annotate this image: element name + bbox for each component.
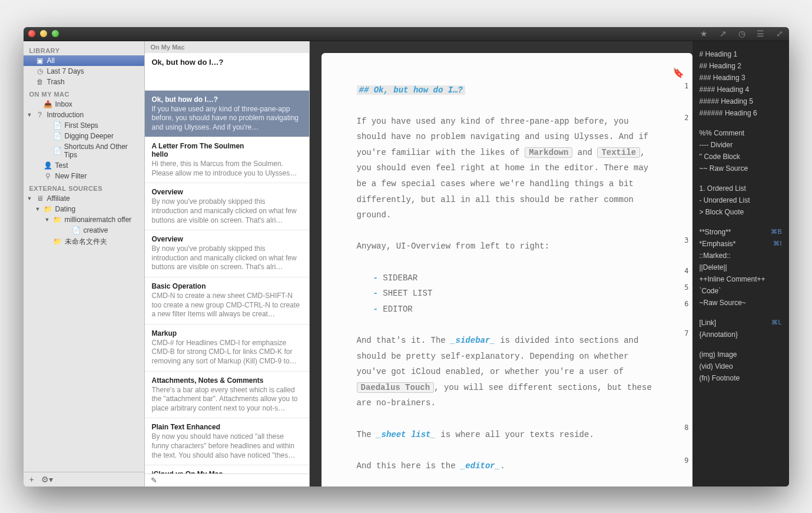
compose-icon[interactable]: ✎: [151, 476, 157, 485]
star-icon[interactable]: ★: [700, 29, 709, 38]
markup-item[interactable]: (vid) Video: [692, 360, 789, 372]
markup-item[interactable]: ||Delete||: [692, 262, 789, 273]
sheet-list-scroll[interactable]: Ok, but how do I…?If you have used any k…: [145, 91, 309, 474]
folder-icon: 📁: [53, 216, 62, 224]
markup-item[interactable]: ~~ Raw Source: [692, 163, 789, 174]
sidebar-item[interactable]: ▣All: [24, 55, 144, 66]
sidebar-item[interactable]: ◷Last 7 Days: [24, 66, 144, 77]
sheet-preview: By now you should have noticed "all thes…: [152, 432, 302, 460]
sidebar-item[interactable]: 📄Digging Deeper: [24, 131, 144, 141]
share-icon[interactable]: ↗: [718, 29, 728, 38]
gear-icon[interactable]: ⚙▾: [41, 475, 53, 484]
markup-item[interactable]: ##### Heading 5: [692, 95, 789, 107]
markup-item[interactable]: ++Inline Comment++: [692, 273, 789, 285]
line-number: 6: [684, 300, 688, 307]
markup-label: ## Heading 2: [700, 62, 741, 70]
markup-label: ###### Heading 6: [700, 109, 757, 117]
line-number: 3: [684, 237, 688, 244]
markup-item[interactable]: ---- Divider: [692, 139, 789, 151]
markup-item[interactable]: (img) Image: [692, 349, 789, 360]
sidebar-item[interactable]: ▼🖥Affiliate: [24, 193, 144, 204]
close-window-button[interactable]: [28, 30, 35, 37]
editor-paragraph: Anyway, UI-Overview from left to right:: [357, 239, 657, 254]
dash-icon: -: [373, 305, 383, 314]
sidebar-scroll[interactable]: LIBRARY▣All◷Last 7 Days🗑TrashON MY MAC📥I…: [24, 41, 144, 472]
sidebar-item[interactable]: 🗑Trash: [24, 77, 144, 87]
dash-icon: -: [373, 273, 383, 283]
sheet-item[interactable]: OverviewBy now you've probably skipped t…: [145, 230, 309, 277]
disclosure-triangle-icon[interactable]: ▼: [35, 206, 41, 212]
sheet-item[interactable]: Ok, but how do I…?If you have used any k…: [145, 91, 309, 138]
sheet-item[interactable]: iCloud vs On My MacIn "Overview", it sta…: [145, 465, 309, 473]
expand-icon[interactable]: ⤢: [775, 29, 784, 38]
person-icon: 👤: [44, 161, 53, 170]
markup-item[interactable]: ~Raw Source~: [692, 297, 789, 309]
folder-icon: 📁: [53, 237, 62, 246]
disclosure-triangle-icon[interactable]: ▼: [27, 196, 33, 201]
markup-item[interactable]: `Code`: [692, 285, 789, 297]
editor-list-item: - SIDEBAR: [357, 270, 657, 286]
sheet-item[interactable]: A Letter From The SoulmenhelloHi there, …: [145, 137, 309, 183]
sheet-item[interactable]: Basic OperationCMD-N to create a new she…: [145, 277, 309, 325]
markup-item[interactable]: ### Heading 3: [692, 72, 789, 84]
markup-item[interactable]: #### Heading 4: [692, 84, 789, 95]
markup-label: {Annotation}: [700, 330, 738, 339]
editor-paragraph: The _sheet list_ is where all your texts…: [357, 427, 657, 443]
sidebar-item[interactable]: ⚲New Filter: [24, 171, 144, 181]
emphasis-sidebar: _sidebar_: [450, 336, 495, 345]
markup-item[interactable]: 1. Ordered List: [692, 183, 789, 194]
line-number: 8: [684, 424, 688, 431]
markup-item[interactable]: {Annotation}: [692, 329, 789, 340]
markup-item[interactable]: **Strong**⌘B: [692, 226, 789, 238]
trash-icon: 🗑: [35, 78, 45, 86]
sidebar-section-header: LIBRARY: [24, 44, 144, 55]
sidebar-item[interactable]: ▼?Introduction: [24, 110, 144, 120]
sheet-preview: CMD-# for Headlines CMD-I for emphasize …: [152, 339, 302, 366]
markup-item[interactable]: # Heading 1: [692, 48, 789, 60]
markup-item[interactable]: > Block Quote: [692, 206, 789, 218]
sheet-item[interactable]: MarkupCMD-# for Headlines CMD-I for emph…: [145, 325, 309, 372]
markup-item[interactable]: (fn) Footnote: [692, 372, 789, 384]
disclosure-triangle-icon[interactable]: ▼: [45, 217, 51, 223]
sheet-preview: Hi there, this is Marcus from the Soulme…: [152, 160, 302, 178]
zoom-window-button[interactable]: [52, 30, 59, 37]
markup-item[interactable]: ::Marked::: [692, 250, 789, 262]
sheet-title: Basic Operation: [152, 282, 302, 290]
markup-item[interactable]: - Unordered List: [692, 194, 789, 206]
editor-list-item: - SHEET LIST: [357, 286, 657, 302]
sidebar-item[interactable]: 📥Inbox: [24, 99, 144, 110]
editor[interactable]: 🔖 ## Ok, but how do I…? If you have used…: [322, 53, 692, 486]
editor-area: 🔖 ## Ok, but how do I…? If you have used…: [310, 41, 789, 486]
markup-group: **Strong**⌘B*Emphasis*⌘I::Marked::||Dele…: [692, 224, 789, 315]
markup-item[interactable]: ## Heading 2: [692, 60, 789, 72]
sidebar-item[interactable]: 📄Shortcuts And Other Tips: [24, 141, 144, 160]
sheet-item[interactable]: Attachments, Notes & CommentsThere's a b…: [145, 372, 309, 419]
markup-label: `Code`: [700, 287, 721, 295]
markup-item[interactable]: [Link]⌘L: [692, 317, 789, 329]
markup-item[interactable]: %% Comment: [692, 127, 789, 139]
sidebar-item-label: Test: [55, 161, 68, 170]
sidebar-item[interactable]: ▼📁Dating: [24, 204, 144, 214]
sidebar-item[interactable]: 📁未命名文件夹: [24, 236, 144, 248]
markup-label: ++Inline Comment++: [700, 275, 765, 283]
markup-item[interactable]: ###### Heading 6: [692, 107, 789, 119]
markup-label: > Block Quote: [700, 208, 744, 216]
sidebar-item[interactable]: ▼📁millionairematch offer: [24, 214, 144, 225]
markup-label: - Unordered List: [700, 196, 750, 204]
add-button[interactable]: +: [29, 475, 34, 484]
sheet-item[interactable]: Plain Text EnhancedBy now you should hav…: [145, 418, 309, 465]
sidebar-item-label: creative: [84, 226, 108, 234]
line-number: 4: [684, 267, 688, 274]
disclosure-triangle-icon[interactable]: ▼: [27, 112, 33, 118]
clock-icon[interactable]: ◷: [737, 29, 747, 38]
minimize-window-button[interactable]: [40, 30, 47, 37]
sidebar-item[interactable]: 👤Test: [24, 160, 144, 171]
attachment-icon[interactable]: 🔖: [672, 65, 684, 82]
markup-item[interactable]: *Emphasis*⌘I: [692, 238, 789, 250]
sidebar-item[interactable]: 📄First Steps: [24, 120, 144, 131]
sidebar-item[interactable]: 📄creative: [24, 225, 144, 236]
sheet-preview: By now you've probably skipped this intr…: [152, 244, 302, 272]
list-icon[interactable]: ☰: [756, 29, 765, 38]
markup-item[interactable]: '' Code Block: [692, 151, 789, 163]
sheet-item[interactable]: OverviewBy now you've probably skipped t…: [145, 183, 309, 230]
